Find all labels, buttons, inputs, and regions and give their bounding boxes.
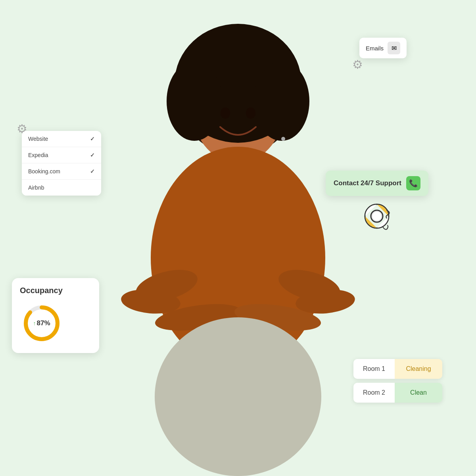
support-label: Contact 24/7 Support xyxy=(334,179,401,187)
room-1-status: Cleaning xyxy=(395,359,442,379)
channel-name: Airbnb xyxy=(28,184,44,191)
room-status-container: Room 1 Cleaning Room 2 Clean xyxy=(353,359,442,403)
channel-item-booking[interactable]: Booking.com ✓ xyxy=(22,163,101,180)
occupancy-title: Occupancy xyxy=(20,286,91,295)
life-ring-svg xyxy=(363,202,391,230)
svg-point-17 xyxy=(221,107,230,119)
occupancy-percent: 87% xyxy=(36,319,50,327)
room-2-status: Clean xyxy=(395,383,442,403)
channel-name: Website xyxy=(28,136,48,142)
channel-name: Expedia xyxy=(28,152,48,158)
room-1-label: Room 1 xyxy=(353,359,395,379)
phone-icon-box: 📞 xyxy=(406,176,420,190)
channel-item-expedia[interactable]: Expedia ✓ xyxy=(22,147,101,163)
svg-point-4 xyxy=(254,61,309,141)
channel-name: Booking.com xyxy=(28,168,60,175)
check-icon: ✓ xyxy=(90,136,95,142)
email-icon: ✉ xyxy=(392,44,397,52)
channel-item-airbnb[interactable]: Airbnb xyxy=(22,180,101,196)
svg-point-19 xyxy=(281,137,285,141)
svg-point-16 xyxy=(155,317,321,476)
occupancy-arrow: ↑ xyxy=(33,320,36,326)
occupancy-donut-chart: ↑ 87% xyxy=(20,301,63,345)
svg-point-3 xyxy=(167,61,222,141)
check-icon: ✓ xyxy=(90,168,95,175)
email-notification-card: Emails ✉ xyxy=(359,38,407,58)
channels-card: Website ✓ Expedia ✓ Booking.com ✓ Airbnb xyxy=(22,131,101,196)
room-2-label: Room 2 xyxy=(353,383,395,403)
email-label: Emails xyxy=(366,45,384,52)
svg-point-21 xyxy=(371,210,383,222)
life-ring-icon xyxy=(363,202,391,235)
email-icon-box: ✉ xyxy=(388,42,400,54)
support-card[interactable]: Contact 24/7 Support 📞 xyxy=(326,171,428,196)
gear-icon-top-right: ⚙ xyxy=(352,58,363,71)
phone-icon: 📞 xyxy=(409,179,418,188)
svg-point-18 xyxy=(246,107,255,119)
occupancy-card: Occupancy ↑ 87% xyxy=(12,278,99,353)
donut-label: ↑ 87% xyxy=(33,319,50,327)
room-row-1: Room 1 Cleaning xyxy=(353,359,442,379)
channel-item-website[interactable]: Website ✓ xyxy=(22,131,101,147)
check-icon: ✓ xyxy=(90,152,95,158)
person-illustration xyxy=(0,0,476,476)
room-row-2: Room 2 Clean xyxy=(353,383,442,403)
